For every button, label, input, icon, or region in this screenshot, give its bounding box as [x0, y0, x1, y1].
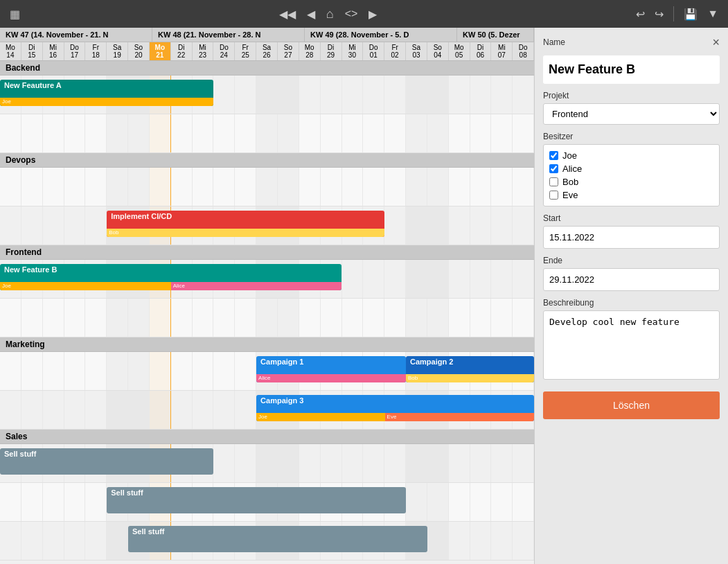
task-bar[interactable]: Implement CI/CDBob — [107, 211, 384, 237]
day-cell — [384, 168, 406, 206]
day-header-24: Do24 — [213, 42, 235, 60]
day-cell — [513, 168, 534, 206]
day-cell — [321, 168, 342, 206]
projekt-select[interactable]: Frontend Backend Devops Marketing Sales — [543, 103, 720, 125]
day-cell — [321, 444, 342, 482]
day-cell — [43, 391, 64, 429]
besitzer-checkbox-joe[interactable] — [549, 151, 558, 160]
loeschen-button[interactable]: Löschen — [543, 391, 720, 419]
day-cell — [449, 168, 470, 206]
day-cell — [406, 299, 427, 337]
besitzer-checkbox-bob[interactable] — [549, 177, 558, 186]
prev2-button[interactable]: ◀◀ — [276, 5, 299, 24]
day-header-30: Mi30 — [342, 42, 364, 60]
day-cell — [21, 352, 43, 390]
day-cell — [427, 299, 449, 337]
day-cell — [363, 299, 384, 337]
projekt-label: Projekt — [543, 91, 720, 100]
menu-button[interactable]: ▼ — [704, 5, 721, 23]
next-button[interactable]: ▶ — [366, 5, 380, 24]
day-cell — [321, 299, 342, 337]
right-panel: Name × Projekt Frontend Backend Devops M… — [534, 28, 728, 564]
day-cell — [43, 114, 64, 152]
task-bar[interactable]: Sell stuff — [128, 526, 427, 552]
day-cell — [427, 483, 449, 521]
task-owner-segment: Alice — [171, 282, 342, 290]
day-cell — [21, 114, 43, 152]
day-cell — [427, 206, 449, 245]
calendar-body[interactable]: BackendNew Feauture AJoeDevopsImplement … — [0, 61, 534, 564]
day-headers: Mo14Di15Mi16Do17Fr18Sa19So20Mo21Di22Mi23… — [0, 42, 534, 61]
code-button[interactable]: <> — [342, 5, 361, 23]
task-bar[interactable]: New Feauture AJoe — [0, 80, 213, 106]
task-name-input[interactable] — [543, 55, 720, 84]
day-cell — [193, 168, 214, 206]
task-bar[interactable]: Sell stuff — [107, 487, 406, 513]
day-cell — [384, 260, 406, 298]
save-button[interactable]: 💾 — [681, 5, 700, 24]
day-cell — [64, 114, 86, 152]
day-cell — [406, 168, 427, 206]
day-cell — [150, 168, 171, 206]
task-bar[interactable]: New Feature BJoeAlice — [0, 264, 341, 290]
ende-input[interactable] — [543, 268, 720, 291]
prev-button[interactable]: ◀ — [304, 5, 318, 24]
day-header-25: Fr25 — [235, 42, 256, 60]
week-header: KW 49 (28. November - 5. D — [305, 28, 457, 42]
day-cell — [278, 168, 299, 206]
day-cell — [150, 299, 171, 337]
day-cell — [278, 299, 299, 337]
besitzer-section: Besitzer Joe Alice Bob Eve — [543, 132, 720, 206]
day-cell — [470, 168, 492, 206]
day-cell — [406, 444, 427, 482]
task-bar[interactable]: Campaign 2Bob — [406, 356, 534, 382]
beschreibung-textarea[interactable]: Develop cool new feature — [543, 310, 720, 380]
day-header-04: So04 — [427, 42, 449, 60]
day-cell — [384, 76, 406, 114]
day-header-19: Sa19 — [107, 42, 128, 60]
day-cell — [470, 299, 492, 337]
day-cell — [235, 168, 256, 206]
day-cell — [0, 114, 21, 152]
day-cell — [128, 391, 150, 429]
day-cell — [427, 168, 449, 206]
lane-row — [0, 299, 534, 337]
close-button[interactable]: × — [712, 36, 720, 49]
day-cell — [128, 352, 150, 390]
day-header-27: So27 — [278, 42, 299, 60]
day-cell — [513, 76, 534, 114]
besitzer-name-bob: Bob — [562, 177, 578, 187]
day-cell — [0, 483, 21, 521]
day-cell — [193, 299, 214, 337]
besitzer-name-alice: Alice — [562, 164, 582, 174]
day-cell — [491, 114, 513, 152]
redo-button[interactable]: ↪ — [652, 5, 666, 24]
task-bar[interactable]: Campaign 1Alice — [256, 356, 406, 382]
day-cell — [342, 299, 364, 337]
besitzer-checkbox-alice[interactable] — [549, 164, 558, 173]
day-cell — [406, 76, 427, 114]
day-cell — [427, 522, 449, 560]
day-cell — [235, 76, 256, 114]
day-cell — [235, 114, 256, 152]
day-header-14: Mo14 — [0, 42, 21, 60]
home-button[interactable]: ⌂ — [323, 4, 337, 24]
start-input[interactable] — [543, 226, 720, 249]
day-cell — [321, 114, 342, 152]
week-header: KW 48 (21. November - 28. N — [152, 28, 305, 42]
day-cell — [107, 522, 128, 560]
besitzer-checkbox-eve[interactable] — [549, 191, 558, 200]
day-cell — [256, 444, 278, 482]
day-cell — [43, 522, 64, 560]
task-bar[interactable]: Campaign 3JoeEve — [256, 395, 534, 421]
day-cell — [171, 352, 193, 390]
day-header-15: Di15 — [21, 42, 43, 60]
besitzer-item-alice: Alice — [549, 162, 713, 175]
week-header: KW 47 (14. November - 21. N — [0, 28, 152, 42]
undo-button[interactable]: ↩ — [633, 5, 648, 24]
day-cell — [513, 483, 534, 521]
grid-icon[interactable]: ▦ — [7, 5, 23, 24]
day-cell — [256, 76, 278, 114]
task-bar[interactable]: Sell stuff — [0, 448, 213, 475]
day-cell — [427, 260, 449, 298]
